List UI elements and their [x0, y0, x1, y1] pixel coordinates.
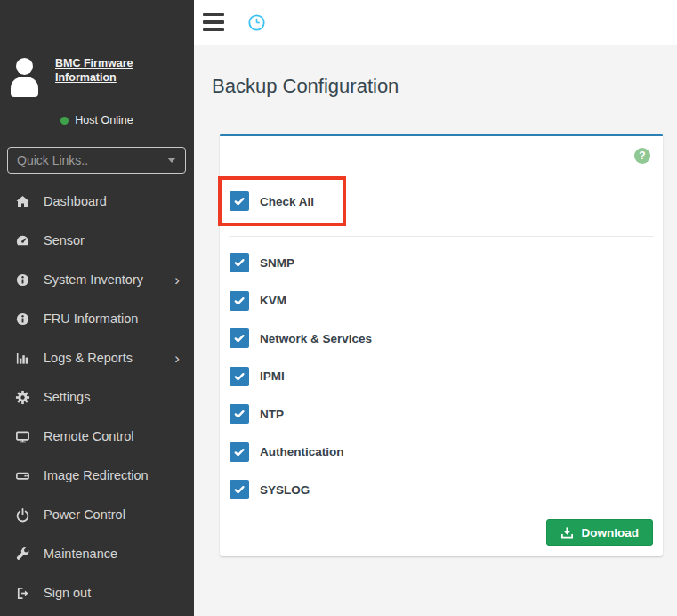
caret-down-icon: [167, 158, 176, 163]
info-circle-icon: [13, 272, 31, 288]
sidebar-item-label: Maintenance: [44, 547, 117, 561]
list-item-network-services: Network & Services: [230, 328, 372, 348]
backup-configuration-panel: ? Check All SNMP KVM Network & Services: [220, 134, 663, 556]
checkbox-label: Authentication: [260, 445, 344, 458]
download-icon: [560, 526, 574, 539]
sidebar-item-remote-control[interactable]: Remote Control: [0, 417, 194, 456]
ntp-checkbox[interactable]: [230, 404, 249, 424]
home-icon: [13, 194, 31, 209]
sign-out-icon: [13, 586, 31, 601]
sidebar-menu: Dashboard Sensor System Inventory › FRU …: [0, 182, 194, 612]
checkbox-label: IPMI: [260, 369, 285, 383]
checkbox-label: KVM: [260, 294, 286, 307]
gauge-icon: [13, 233, 31, 248]
page-title: Backup Configuration: [212, 75, 399, 98]
list-item-kvm: KVM: [230, 291, 372, 311]
sidebar-item-label: Sensor: [44, 233, 85, 247]
help-icon[interactable]: ?: [634, 148, 650, 164]
sidebar-item-logs-reports[interactable]: Logs & Reports ›: [0, 338, 194, 377]
sidebar-item-sensor[interactable]: Sensor: [0, 221, 194, 260]
list-item-syslog: SYSLOG: [230, 480, 372, 499]
wrench-icon: [13, 547, 31, 562]
sidebar-item-image-redirection[interactable]: Image Redirection: [0, 456, 194, 495]
sidebar-item-label: FRU Information: [44, 312, 138, 326]
clock-icon[interactable]: [239, 5, 273, 39]
list-item-ntp: NTP: [230, 404, 372, 424]
chevron-right-icon: ›: [174, 351, 180, 366]
network-services-checkbox[interactable]: [230, 328, 249, 348]
quick-links-placeholder: Quick Links..: [17, 153, 88, 167]
info-circle-icon: [13, 312, 31, 327]
download-button-label: Download: [582, 526, 640, 539]
list-item-snmp: SNMP: [230, 253, 372, 272]
checkbox-label: NTP: [260, 408, 284, 421]
checkbox-label: SYSLOG: [260, 483, 310, 497]
sidebar-item-dashboard[interactable]: Dashboard: [0, 182, 194, 221]
checkbox-label: Network & Services: [260, 332, 372, 345]
list-item-authentication: Authentication: [230, 442, 372, 462]
check-all-highlight: Check All: [218, 176, 346, 226]
checkbox-label: SNMP: [260, 256, 294, 270]
ipmi-checkbox[interactable]: [230, 367, 249, 386]
main-content: Backup Configuration ? Check All SNMP KV…: [194, 45, 677, 616]
bar-chart-icon: [13, 351, 31, 366]
disk-icon: [13, 468, 31, 483]
kvm-checkbox[interactable]: [230, 291, 249, 311]
sidebar-item-label: Logs & Reports: [44, 351, 133, 365]
monitor-icon: [13, 429, 31, 444]
host-online-dot-icon: [60, 117, 69, 125]
divider: [229, 236, 654, 237]
power-icon: [13, 507, 31, 523]
chevron-right-icon: ›: [174, 272, 180, 288]
sidebar-item-settings[interactable]: Settings: [0, 377, 194, 417]
snmp-checkbox[interactable]: [230, 253, 249, 272]
host-status-label: Host Online: [75, 114, 133, 126]
gear-icon: [13, 390, 31, 405]
quick-links-select[interactable]: Quick Links..: [7, 147, 186, 174]
check-all-checkbox[interactable]: [230, 191, 249, 211]
list-item-ipmi: IPMI: [230, 367, 372, 386]
bmc-firmware-information-link[interactable]: BMC Firmware Information: [55, 57, 189, 85]
sidebar-item-label: Dashboard: [44, 194, 107, 208]
host-status: Host Online: [0, 114, 194, 126]
syslog-checkbox[interactable]: [230, 480, 249, 499]
backup-items-list: SNMP KVM Network & Services IPMI NTP Aut…: [230, 253, 372, 518]
topbar: [194, 0, 677, 45]
sidebar-item-system-inventory[interactable]: System Inventory ›: [0, 260, 194, 299]
sidebar-item-sign-out[interactable]: Sign out: [0, 573, 194, 612]
sidebar-item-label: Settings: [44, 390, 90, 404]
check-all-label: Check All: [260, 195, 314, 208]
sidebar-item-label: Sign out: [44, 586, 91, 600]
sidebar: BMC Firmware Information Host Online Qui…: [0, 0, 194, 616]
user-avatar-icon: [6, 55, 43, 101]
hamburger-menu-icon[interactable]: [203, 13, 224, 31]
authentication-checkbox[interactable]: [230, 442, 249, 462]
sidebar-item-fru-information[interactable]: FRU Information: [0, 299, 194, 338]
download-button[interactable]: Download: [546, 519, 654, 546]
sidebar-item-power-control[interactable]: Power Control: [0, 495, 194, 534]
sidebar-item-maintenance[interactable]: Maintenance: [0, 534, 194, 573]
sidebar-item-label: System Inventory: [44, 272, 143, 287]
sidebar-item-label: Image Redirection: [44, 468, 149, 482]
sidebar-item-label: Power Control: [44, 507, 125, 522]
sidebar-item-label: Remote Control: [44, 429, 134, 443]
